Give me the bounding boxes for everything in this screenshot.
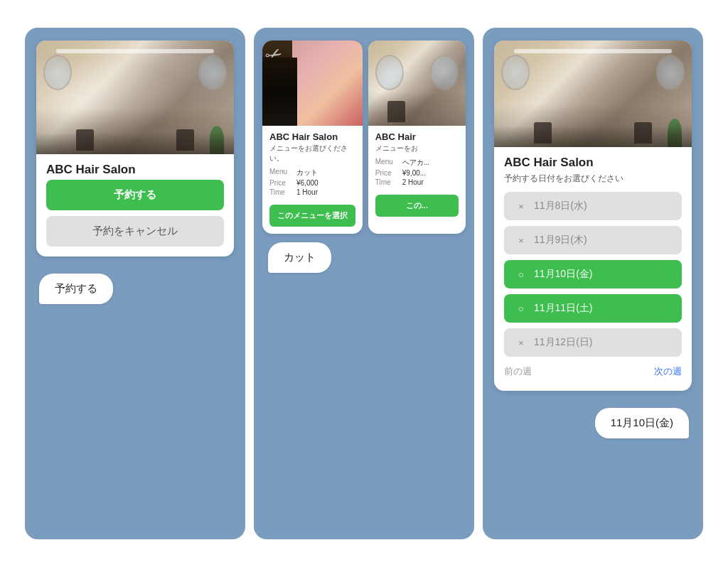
date-label-2: 11月10日(金) bbox=[534, 268, 592, 281]
menu-row-2-1: Price ¥9,00... bbox=[375, 169, 459, 177]
menu-card-image-1: ✂ bbox=[262, 40, 363, 126]
date-card-body: ABC Hair Salon 予約する日付をお選びください × 11月8日(水)… bbox=[494, 147, 692, 391]
date-subtitle: 予約する日付をお選びください bbox=[504, 173, 682, 185]
menu-cards-row: ✂ ABC Hair Salon メニューをお選びください。 Menu カット … bbox=[254, 28, 474, 234]
menu-value-1-1: ¥6,000 bbox=[296, 179, 318, 187]
salon-photo-3 bbox=[494, 40, 692, 147]
date-label-3: 11月11日(土) bbox=[534, 302, 592, 315]
book-button[interactable]: 予約する bbox=[46, 180, 224, 210]
phone-screen-2: ✂ ABC Hair Salon メニューをお選びください。 Menu カット … bbox=[254, 28, 474, 539]
menu-value-2-1: ¥9,00... bbox=[402, 169, 426, 177]
date-label-4: 11月12日(日) bbox=[534, 336, 592, 349]
chat-bubble-1: 予約する bbox=[39, 274, 113, 304]
menu-card-1: ✂ ABC Hair Salon メニューをお選びください。 Menu カット … bbox=[262, 40, 363, 234]
date-selection-card: ABC Hair Salon 予約する日付をお選びください × 11月8日(水)… bbox=[494, 40, 692, 391]
phone-screen-3: ABC Hair Salon 予約する日付をお選びください × 11月8日(水)… bbox=[483, 28, 703, 539]
menu-label-2-2: Time bbox=[375, 178, 402, 186]
menu-card-subtitle-1: メニューをお選びください。 bbox=[269, 144, 355, 163]
week-navigation: 前の週 次の週 bbox=[504, 362, 682, 381]
menu-label-1-2: Time bbox=[269, 188, 296, 196]
date-btn-2[interactable]: ○ 11月10日(金) bbox=[504, 260, 682, 288]
salon-photo bbox=[36, 40, 234, 154]
menu-label-2-1: Price bbox=[375, 169, 402, 177]
menu-label-2-0: Menu bbox=[375, 158, 402, 168]
menu-table-2: Menu ヘアカ... Price ¥9,00... Time 2 Hour bbox=[375, 158, 459, 186]
menu-card-title-1: ABC Hair Salon bbox=[269, 131, 355, 142]
date-status-icon-1: × bbox=[514, 235, 528, 246]
screens-wrapper: ABC Hair Salon 予約する 予約をキャンセル 予約する ✂ ABC … bbox=[11, 6, 717, 561]
menu-value-2-2: 2 Hour bbox=[402, 178, 424, 186]
prev-week-button[interactable]: 前の週 bbox=[504, 365, 532, 378]
menu-row-1-1: Price ¥6,000 bbox=[269, 179, 355, 187]
menu-card-body-2: ABC Hair メニューをお Menu ヘアカ... Price ¥9,00.… bbox=[368, 126, 466, 224]
menu-label-1-0: Menu bbox=[269, 168, 296, 178]
salon-title-1: ABC Hair Salon bbox=[46, 163, 224, 177]
menu-row-2-0: Menu ヘアカ... bbox=[375, 158, 459, 168]
salon-image-container bbox=[36, 40, 234, 154]
menu-value-1-0: カット bbox=[296, 168, 318, 178]
date-status-icon-4: × bbox=[514, 338, 528, 348]
menu-value-2-0: ヘアカ... bbox=[402, 158, 429, 168]
scissors-icon: ✂ bbox=[262, 41, 287, 70]
chat-bubble-2: カット bbox=[268, 242, 331, 273]
chat-bubble-3: 11月10日(金) bbox=[595, 408, 689, 438]
menu-value-1-2: 1 Hour bbox=[296, 188, 318, 196]
phone-screen-1: ABC Hair Salon 予約する 予約をキャンセル 予約する bbox=[25, 28, 245, 539]
date-status-icon-2: ○ bbox=[514, 269, 528, 280]
date-btn-0[interactable]: × 11月8日(水) bbox=[504, 192, 682, 220]
date-status-icon-0: × bbox=[514, 201, 528, 212]
date-btn-3[interactable]: ○ 11月11日(土) bbox=[504, 294, 682, 323]
salon-photo-2 bbox=[368, 40, 466, 126]
date-label-0: 11月8日(水) bbox=[534, 200, 587, 212]
menu-card-title-2: ABC Hair bbox=[375, 131, 459, 142]
hair-cut-photo: ✂ bbox=[262, 40, 363, 126]
date-btn-1[interactable]: × 11月9日(木) bbox=[504, 226, 682, 254]
menu-card-body-1: ABC Hair Salon メニューをお選びください。 Menu カット Pr… bbox=[262, 126, 363, 234]
date-btn-4[interactable]: × 11月12日(日) bbox=[504, 328, 682, 357]
menu-row-1-0: Menu カット bbox=[269, 168, 355, 178]
booking-card: ABC Hair Salon 予約する 予約をキャンセル bbox=[36, 40, 234, 256]
card-body-1: ABC Hair Salon 予約する 予約をキャンセル bbox=[36, 154, 234, 256]
date-status-icon-3: ○ bbox=[514, 303, 528, 314]
menu-card-2: ABC Hair メニューをお Menu ヘアカ... Price ¥9,00.… bbox=[368, 40, 466, 234]
cancel-button[interactable]: 予約をキャンセル bbox=[46, 216, 224, 247]
date-label-1: 11月9日(木) bbox=[534, 234, 587, 247]
menu-table-1: Menu カット Price ¥6,000 Time 1 Hour bbox=[269, 168, 355, 196]
menu-label-1-1: Price bbox=[269, 179, 296, 187]
select-menu-button-2[interactable]: この... bbox=[375, 195, 459, 217]
salon-title-3: ABC Hair Salon bbox=[504, 156, 682, 170]
menu-row-1-2: Time 1 Hour bbox=[269, 188, 355, 196]
menu-row-2-2: Time 2 Hour bbox=[375, 178, 459, 186]
next-week-button[interactable]: 次の週 bbox=[654, 365, 682, 378]
menu-card-subtitle-2: メニューをお bbox=[375, 144, 459, 153]
select-menu-button-1[interactable]: このメニューを選択 bbox=[269, 205, 355, 227]
menu-card-image-2 bbox=[368, 40, 466, 126]
